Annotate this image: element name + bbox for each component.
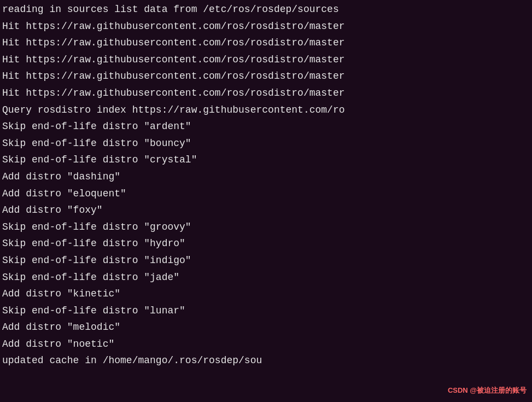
- terminal-line-7: Query rosdistro index https://raw.github…: [2, 102, 530, 119]
- terminal-line-16: Skip end-of-life distro "indigo": [2, 252, 530, 269]
- terminal-line-5: Hit https://raw.githubusercontent.com/ro…: [2, 68, 530, 85]
- terminal-line-20: Add distro "melodic": [2, 319, 530, 336]
- terminal-line-22: updated cache in /home/mango/.ros/rosdep…: [2, 352, 530, 369]
- watermark: CSDN @被迫注册的账号: [448, 386, 527, 395]
- terminal-line-21: Add distro "noetic": [2, 336, 530, 353]
- terminal-line-10: Skip end-of-life distro "crystal": [2, 152, 530, 168]
- terminal-line-15: Skip end-of-life distro "hydro": [2, 235, 530, 252]
- terminal-line-9: Skip end-of-life distro "bouncy": [2, 135, 530, 152]
- terminal-line-12: Add distro "eloquent": [2, 185, 530, 202]
- terminal-line-1: reading in sources list data from /etc/r…: [2, 1, 530, 18]
- terminal-line-6: Hit https://raw.githubusercontent.com/ro…: [2, 85, 530, 102]
- terminal-line-8: Skip end-of-life distro "ardent": [2, 118, 530, 135]
- terminal-line-2: Hit https://raw.githubusercontent.com/ro…: [2, 18, 530, 35]
- terminal-window: reading in sources list data from /etc/r…: [0, 0, 532, 402]
- terminal-line-19: Skip end-of-life distro "lunar": [2, 302, 530, 319]
- terminal-line-4: Hit https://raw.githubusercontent.com/ro…: [2, 51, 530, 68]
- terminal-line-3: Hit https://raw.githubusercontent.com/ro…: [2, 34, 530, 51]
- terminal-line-11: Add distro "dashing": [2, 168, 530, 185]
- terminal-line-13: Add distro "foxy": [2, 202, 530, 219]
- terminal-line-18: Add distro "kinetic": [2, 286, 530, 302]
- terminal-line-17: Skip end-of-life distro "jade": [2, 269, 530, 286]
- terminal-line-14: Skip end-of-life distro "groovy": [2, 219, 530, 236]
